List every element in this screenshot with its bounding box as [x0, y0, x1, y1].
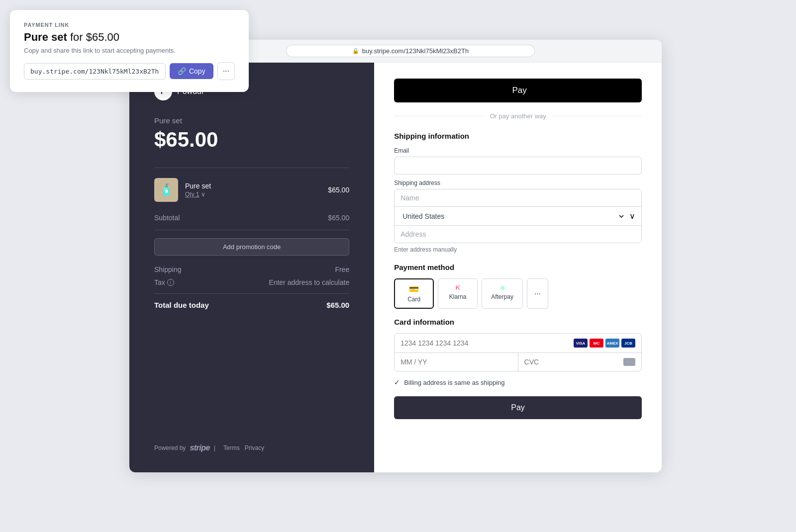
- afterpay-icon: ◆: [500, 284, 505, 291]
- card-number-row: VISA MC AMEX JCB: [395, 334, 641, 353]
- product-price: $65.00: [154, 128, 349, 152]
- jcb-logo: JCB: [621, 339, 635, 348]
- payment-link-label: PAYMENT LINK: [24, 22, 235, 28]
- promo-divider: [154, 230, 349, 230]
- billing-same-label: Billing address is same as shipping: [404, 379, 504, 386]
- checkmark-icon: ✓: [394, 378, 400, 386]
- mastercard-logo: MC: [590, 339, 603, 348]
- tax-label: Tax i: [154, 278, 174, 286]
- card-payment-tab[interactable]: 💳 Card: [394, 278, 434, 309]
- name-input[interactable]: [395, 189, 641, 207]
- more-icon: ···: [223, 67, 229, 75]
- afterpay-payment-tab[interactable]: ◆ Afterpay: [482, 278, 523, 309]
- country-select-row: United States ∨: [395, 207, 641, 226]
- shipping-label: Shipping: [154, 266, 182, 273]
- more-payment-methods-button[interactable]: ···: [527, 278, 548, 309]
- shipping-row: Shipping Free: [154, 266, 349, 273]
- checkout-left-panel: P Powdur Pure set $65.00 🧴 Pure set Qty …: [129, 63, 374, 472]
- card-icon: 💳: [409, 284, 419, 294]
- shipping-info-title: Shipping information: [394, 132, 642, 140]
- card-info-group: VISA MC AMEX JCB: [394, 333, 642, 371]
- apple-pay-button[interactable]: Pay: [394, 79, 642, 102]
- order-item-image: 🧴: [154, 178, 178, 202]
- copy-button[interactable]: 🔗 Copy: [170, 63, 213, 79]
- email-label: Email: [394, 147, 642, 154]
- payment-link-title: Pure set for $65.00: [24, 31, 235, 44]
- card-expiry-input[interactable]: [395, 353, 518, 371]
- country-select[interactable]: United States: [400, 212, 625, 221]
- privacy-link[interactable]: Privacy: [245, 444, 264, 451]
- payment-link-title-rest: for $65.00: [67, 31, 119, 43]
- browser-url-text: buy.stripe.com/123Nkl75kMl23xB2Th: [362, 47, 469, 55]
- card-number-input[interactable]: [400, 339, 570, 347]
- browser-window: 🔒 buy.stripe.com/123Nkl75kMl23xB2Th P Po…: [129, 40, 662, 472]
- order-item-price: $65.00: [328, 186, 349, 194]
- subtotal-label: Subtotal: [154, 214, 180, 222]
- payment-link-card: PAYMENT LINK Pure set for $65.00 Copy an…: [10, 10, 249, 92]
- klarna-payment-tab[interactable]: K Klarna: [438, 278, 478, 309]
- billing-same-as-shipping-row: ✓ Billing address is same as shipping: [394, 378, 642, 386]
- card-cvc-row: [518, 353, 641, 371]
- subtotal-row: Subtotal $65.00: [154, 214, 349, 222]
- order-item-name: Pure set: [185, 182, 321, 190]
- klarna-tab-label: Klarna: [449, 293, 467, 300]
- address-input[interactable]: [395, 226, 641, 243]
- card-expiry-cvc-row: [395, 353, 641, 371]
- cvc-card-icon: [623, 358, 635, 366]
- add-promotion-code-button[interactable]: Add promotion code: [154, 238, 349, 256]
- klarna-icon: K: [455, 284, 460, 291]
- payment-method-title: Payment method: [394, 263, 642, 271]
- copy-label: Copy: [189, 67, 205, 75]
- card-tab-label: Card: [407, 296, 420, 303]
- card-logos: VISA MC AMEX JCB: [574, 339, 635, 348]
- tax-value: Enter address to calculate: [269, 278, 349, 286]
- payment-link-url-display: buy.stripe.com/123Nkl75kMl23xB2Th: [24, 63, 166, 80]
- order-item-info: Pure set Qty 1 ∨: [185, 182, 321, 198]
- payment-link-url-row: buy.stripe.com/123Nkl75kMl23xB2Th 🔗 Copy…: [24, 62, 235, 80]
- checkout-body: P Powdur Pure set $65.00 🧴 Pure set Qty …: [129, 63, 662, 472]
- chevron-down-icon: ∨: [629, 211, 635, 221]
- copy-icon: 🔗: [178, 67, 186, 75]
- footer-powered: Powered by stripe | Terms Privacy: [154, 432, 349, 452]
- order-item: 🧴 Pure set Qty 1 ∨ $65.00: [154, 178, 349, 202]
- card-info-title: Card information: [394, 318, 642, 326]
- tax-info-icon: i: [167, 279, 174, 286]
- checkout-right-panel: Pay Or pay another way Shipping informat…: [374, 63, 662, 472]
- payment-link-description: Copy and share this link to start accept…: [24, 47, 235, 54]
- pay-button[interactable]: Pay: [394, 396, 642, 419]
- total-row: Total due today $65.00: [154, 293, 349, 309]
- enter-address-manually-link[interactable]: Enter address manually: [394, 246, 642, 253]
- email-input[interactable]: [394, 157, 642, 175]
- shipping-address-group: United States ∨: [394, 189, 642, 243]
- card-cvc-input[interactable]: [524, 358, 620, 366]
- afterpay-tab-label: Afterpay: [491, 293, 513, 300]
- shipping-address-label: Shipping address: [394, 179, 642, 186]
- visa-logo: VISA: [574, 339, 588, 348]
- terms-link[interactable]: Terms: [223, 444, 240, 451]
- or-divider: Or pay another way: [394, 112, 642, 120]
- apple-pay-label: Pay: [512, 86, 526, 95]
- tax-row: Tax i Enter address to calculate: [154, 278, 349, 286]
- payment-methods: 💳 Card K Klarna ◆ Afterpay ···: [394, 278, 642, 309]
- or-text: Or pay another way: [490, 112, 546, 120]
- order-divider: [154, 168, 349, 168]
- payment-link-title-bold: Pure set: [24, 31, 67, 43]
- footer-links: Terms Privacy: [223, 444, 264, 451]
- browser-url-bar: 🔒 buy.stripe.com/123Nkl75kMl23xB2Th: [286, 45, 535, 57]
- amex-logo: AMEX: [605, 339, 619, 348]
- subtotal-value: $65.00: [328, 214, 349, 222]
- lock-icon: 🔒: [352, 48, 359, 54]
- total-value: $65.00: [326, 301, 349, 309]
- more-payment-icon: ···: [534, 289, 541, 298]
- powered-by-text: Powered by: [154, 444, 186, 451]
- more-options-button[interactable]: ···: [217, 62, 235, 80]
- stripe-logo: stripe: [190, 443, 210, 452]
- product-name-label: Pure set: [154, 116, 349, 125]
- order-item-qty[interactable]: Qty 1 ∨: [185, 191, 321, 198]
- total-label: Total due today: [154, 301, 209, 309]
- shipping-value: Free: [335, 266, 349, 273]
